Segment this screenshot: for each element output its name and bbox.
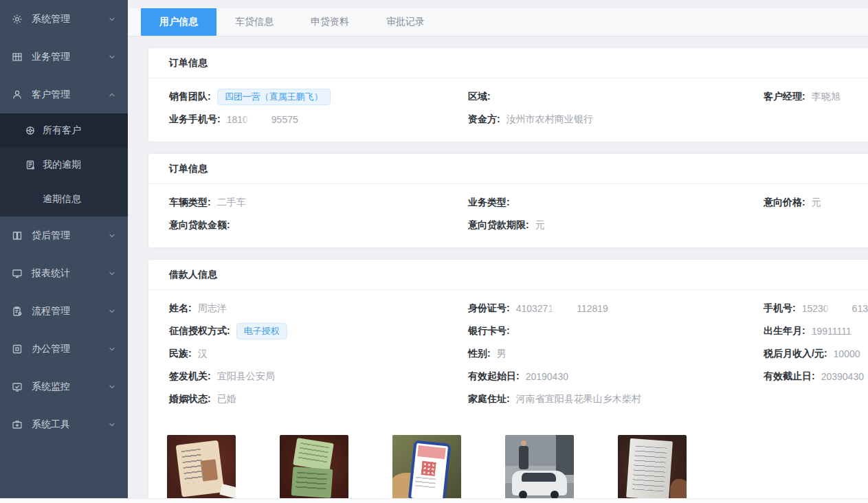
tab-loan-application-docs[interactable]: 申贷资料	[292, 8, 368, 36]
sidebar-item-customer-mgmt[interactable]: 客户管理	[0, 76, 128, 113]
field-value: 汉	[198, 348, 208, 360]
card-borrower-info: 借款人信息姓名:周志洋身份证号:4103271112819手机号:1523061…	[148, 259, 868, 499]
photo-item-id-card-photo[interactable]: 本人照	[167, 435, 236, 499]
field-tag[interactable]: 四团一营（直属王鹏飞）	[217, 89, 331, 105]
field-value: 6137	[852, 303, 868, 314]
field-2-12: 婚姻状态:已婚	[169, 388, 468, 410]
sidebar-item-report-stats[interactable]: 报表统计	[0, 254, 128, 292]
field-value: 已婚	[217, 393, 236, 405]
field-2-10: 有效起始日:20190430	[468, 365, 764, 388]
field-label: 手机号:	[764, 302, 796, 315]
field-label: 有效截止日:	[764, 370, 815, 383]
field-2-13: 家庭住址:河南省宜阳县花果山乡木柴村	[468, 388, 764, 410]
photo-item-authorization-screenshot[interactable]: 授权截图	[392, 435, 461, 499]
field-value: 19911111	[812, 326, 852, 337]
field-label: 婚姻状态:	[169, 393, 211, 405]
sidebar-item-postloan-mgmt[interactable]: 贷后管理	[0, 216, 128, 254]
photo-item-credential-photo[interactable]: 证件照片	[280, 435, 348, 499]
field-label: 区域:	[468, 91, 491, 103]
sidebar-item-label: 客户管理	[32, 89, 107, 101]
credential-photo[interactable]	[280, 435, 348, 499]
field-label: 有效起始日:	[468, 370, 520, 383]
sidebar-item-overdue-info[interactable]: 逾期信息	[0, 182, 128, 216]
field-value: 汝州市农村商业银行	[507, 113, 593, 126]
card-order-info-1: 订单信息销售团队:四团一营（直属王鹏飞）区域:客户经理:李晓旭业务手机号:181…	[148, 47, 868, 142]
sidebar-item-system-tools[interactable]: 系统工具	[0, 405, 128, 443]
tab-approval-records[interactable]: 审批记录	[368, 8, 443, 36]
field-label: 销售团队:	[169, 91, 211, 103]
sidebar-item-label: 贷后管理	[32, 230, 107, 242]
sidebar-item-label: 系统监控	[32, 381, 107, 393]
chevron-down-icon	[107, 269, 117, 278]
square-icon	[11, 343, 23, 355]
horizontal-scrollbar[interactable]	[0, 498, 868, 503]
chevron-down-icon	[107, 306, 117, 316]
field-value: 20390430	[821, 371, 864, 382]
field-2-9: 签发机关:宜阳县公安局	[169, 365, 468, 388]
field-value: 二手车	[217, 197, 246, 209]
field-2-4: 银行卡号:	[468, 320, 764, 342]
field-value: 元	[812, 197, 821, 209]
submenu-customer-mgmt: 所有客户我的逾期逾期信息	[0, 113, 128, 216]
card-fields: 销售团队:四团一营（直属王鹏飞）区域:客户经理:李晓旭业务手机号:1810955…	[148, 78, 868, 142]
photo-item-other-material-photo[interactable]: 其他材料	[618, 435, 687, 499]
sidebar-menu: 系统管理业务管理客户管理所有客户我的逾期逾期信息贷后管理报表统计流程管理办公管理…	[0, 0, 128, 443]
field-0-1: 区域:	[468, 85, 764, 108]
redaction-mask	[830, 303, 852, 313]
sidebar-item-label: 流程管理	[32, 305, 107, 317]
sidebar-item-system-mgmt[interactable]: 系统管理	[0, 0, 128, 38]
redaction-mask	[554, 303, 576, 313]
chevron-down-icon	[107, 344, 117, 354]
field-2-8: 税后月收入/元:10000	[764, 342, 868, 365]
authorization-screenshot[interactable]	[392, 435, 461, 499]
sidebar-item-my-overdue[interactable]: 我的逾期	[0, 148, 128, 182]
photo-detail	[293, 438, 334, 471]
sidebar-item-process-mgmt[interactable]: 流程管理	[0, 292, 128, 330]
field-value: 男	[497, 348, 507, 360]
field-0-0: 销售团队:四团一营（直属王鹏飞）	[169, 85, 468, 108]
field-label: 业务手机号:	[169, 113, 221, 126]
tab-car-loan-info[interactable]: 车贷信息	[216, 8, 292, 36]
field-label: 资金方:	[468, 113, 500, 126]
field-0-2: 客户经理:李晓旭	[764, 85, 847, 108]
field-2-0: 姓名:周志洋	[169, 297, 468, 320]
photo-detail	[626, 438, 673, 499]
field-label: 征信授权方式:	[169, 325, 230, 337]
tab-user-info[interactable]: 用户信息	[141, 8, 216, 36]
field-2-2: 手机号:152306137	[764, 297, 868, 320]
field-1-4: 意向贷款期限:元	[468, 214, 764, 236]
chevron-up-icon	[107, 90, 117, 100]
card-title: 订单信息	[148, 154, 868, 184]
field-2-11: 有效截止日:20390430	[764, 365, 868, 388]
sidebar-item-label: 系统工具	[32, 418, 107, 431]
tabs-bar: 用户信息车贷信息申贷资料审批记录	[128, 8, 868, 36]
photo-detail	[219, 484, 236, 499]
sidebar-item-system-monitor[interactable]: 系统监控	[0, 368, 128, 405]
field-2-1: 身份证号:4103271112819	[468, 297, 764, 320]
person-car-photo[interactable]	[505, 435, 574, 499]
photo-item-person-car-photo[interactable]: 人车合影	[505, 435, 574, 499]
other-material-photo[interactable]	[618, 435, 687, 499]
field-1-1: 业务类型:	[468, 191, 764, 214]
id-card-photo[interactable]	[167, 435, 236, 499]
sidebar-item-business-mgmt[interactable]: 业务管理	[0, 38, 128, 76]
field-0-4: 资金方:汝州市农村商业银行	[468, 108, 764, 131]
sidebar: 系统管理业务管理客户管理所有客户我的逾期逾期信息贷后管理报表统计流程管理办公管理…	[0, 0, 128, 499]
field-2-5: 出生年月:19911111	[764, 320, 868, 342]
field-label: 签发机关:	[169, 370, 211, 383]
sidebar-item-label: 逾期信息	[43, 193, 117, 205]
photo-detail	[512, 471, 567, 495]
field-value: 112819	[577, 303, 608, 314]
field-label: 性别:	[468, 348, 491, 360]
photo-detail	[291, 467, 333, 498]
redaction-mask	[249, 114, 271, 124]
field-1-2: 意向价格:元	[764, 191, 847, 214]
field-label: 意向贷款金额:	[169, 219, 230, 232]
field-1-0: 车辆类型:二手车	[169, 191, 468, 214]
field-tag[interactable]: 电子授权	[236, 323, 287, 339]
card-title: 借款人信息	[148, 260, 868, 290]
cards-container: 订单信息销售团队:四团一营（直属王鹏飞）区域:客户经理:李晓旭业务手机号:181…	[128, 47, 868, 499]
sidebar-item-all-customers[interactable]: 所有客户	[0, 113, 128, 148]
sidebar-item-office-mgmt[interactable]: 办公管理	[0, 330, 128, 368]
field-value: 周志洋	[198, 302, 227, 315]
